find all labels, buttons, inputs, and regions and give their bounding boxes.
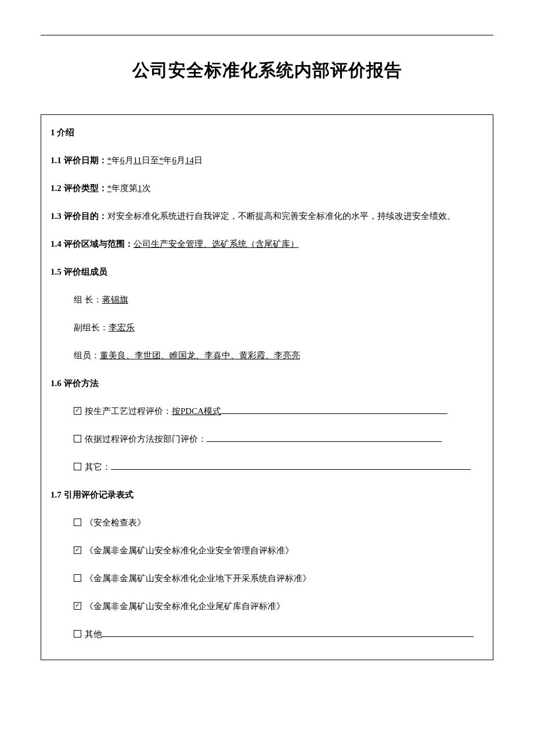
section-1-heading: 1 介绍: [50, 125, 484, 139]
document-title: 公司安全标准化系统内部评价报告: [41, 59, 493, 82]
date-p5: 11: [134, 156, 142, 165]
value-method-1: 按PDCA模式: [172, 406, 221, 416]
content-box: 1 介绍 1.1 评价日期：*年6月11日至*年6月14日 1.2 评价类型：*…: [41, 114, 493, 660]
type-p1: *: [107, 183, 112, 193]
value-members: 董美良、李世团、睢国龙、李喜中、黄彩霞、李亮亮: [100, 351, 300, 360]
label-eval-scope: 1.4 评价区域与范围：: [50, 239, 134, 249]
label-method-1: 按生产工艺过程评价：: [85, 406, 172, 416]
row-leader: 组 长：蒋锦旗: [50, 293, 484, 307]
checkbox-record-3[interactable]: [74, 574, 81, 582]
checkbox-record-4[interactable]: [74, 602, 81, 610]
row-record-4: 《金属非金属矿山安全标准化企业尾矿库自评标准》: [50, 599, 484, 613]
checkbox-method-3[interactable]: [74, 463, 81, 470]
row-record-3: 《金属非金属矿山安全标准化企业地下开采系统自评标准》: [50, 571, 484, 585]
date-p3: 6: [120, 156, 125, 165]
date-p6: 日至: [142, 156, 159, 165]
header-rule: [41, 35, 493, 35]
row-vice: 副组长：李宏乐: [50, 321, 484, 334]
label-method-2: 依据过程评价方法按部门评价：: [85, 434, 207, 444]
label-members: 组员：: [74, 351, 100, 360]
row-eval-purpose: 1.3 评价目的：对安全标准化系统进行自我评定，不断提高和完善安全标准化的水平，…: [50, 209, 484, 223]
text-record-3: 《金属非金属矿山安全标准化企业地下开采系统自评标准》: [85, 574, 311, 583]
blank-line-method-3: [111, 469, 471, 470]
date-p4: 月: [125, 156, 134, 165]
date-p11: 14: [185, 156, 194, 165]
type-p4: 次: [142, 183, 151, 193]
label-eval-type: 1.2 评价类型：: [50, 183, 107, 193]
date-p8: 年: [163, 156, 172, 165]
checkbox-record-1[interactable]: [74, 519, 81, 526]
text-record-4: 《金属非金属矿山安全标准化企业尾矿库自评标准》: [85, 602, 285, 611]
label-leader: 组 长：: [74, 295, 102, 304]
date-p12: 日: [194, 156, 203, 165]
blank-line-method-1: [221, 413, 448, 414]
date-p2: 年: [111, 156, 120, 165]
checkbox-method-1[interactable]: [74, 407, 81, 415]
text-record-2: 《金属非金属矿山安全标准化企业安全管理自评标准》: [85, 546, 294, 555]
label-vice: 副组长：: [74, 323, 109, 332]
date-p1: *: [107, 156, 112, 165]
row-method-3: 其它：: [50, 460, 484, 474]
label-records: 1.7 引用评价记录表式: [50, 488, 484, 502]
label-eval-purpose: 1.3 评价目的：: [50, 211, 107, 221]
row-record-5: 其他: [50, 627, 484, 641]
checkbox-record-5[interactable]: [74, 630, 81, 638]
row-eval-scope: 1.4 评价区域与范围：公司生产安全管理、选矿系统（含尾矿库）: [50, 237, 484, 251]
checkbox-record-2[interactable]: [74, 546, 81, 554]
label-method-3: 其它：: [85, 462, 111, 471]
row-eval-type: 1.2 评价类型：*年度第1次: [50, 181, 484, 195]
blank-line-method-2: [207, 441, 442, 442]
label-method: 1.6 评价方法: [50, 376, 484, 390]
type-p3: 1: [138, 183, 142, 193]
row-record-1: 《安全检查表》: [50, 516, 484, 530]
date-p10: 月: [176, 156, 185, 165]
label-team: 1.5 评价组成员: [50, 265, 484, 279]
blank-line-record-5: [102, 636, 474, 637]
label-eval-date: 1.1 评价日期：: [50, 156, 107, 165]
checkbox-method-2[interactable]: [74, 435, 81, 442]
text-record-1: 《安全检查表》: [85, 518, 146, 527]
row-record-2: 《金属非金属矿山安全标准化企业安全管理自评标准》: [50, 543, 484, 557]
row-eval-date: 1.1 评价日期：*年6月11日至*年6月14日: [50, 153, 484, 167]
text-eval-purpose: 对安全标准化系统进行自我评定，不断提高和完善安全标准化的水平，持续改进安全绩效。: [107, 211, 456, 221]
label-record-5: 其他: [85, 629, 102, 639]
type-p2: 年度第: [111, 183, 138, 193]
value-leader: 蒋锦旗: [102, 295, 128, 304]
row-members: 组员：董美良、李世团、睢国龙、李喜中、黄彩霞、李亮亮: [50, 348, 484, 362]
date-p9: 6: [172, 156, 176, 165]
value-vice: 李宏乐: [109, 323, 135, 332]
text-eval-scope: 公司生产安全管理、选矿系统（含尾矿库）: [134, 239, 299, 249]
row-method-1: 按生产工艺过程评价：按PDCA模式: [50, 404, 484, 418]
row-method-2: 依据过程评价方法按部门评价：: [50, 432, 484, 446]
